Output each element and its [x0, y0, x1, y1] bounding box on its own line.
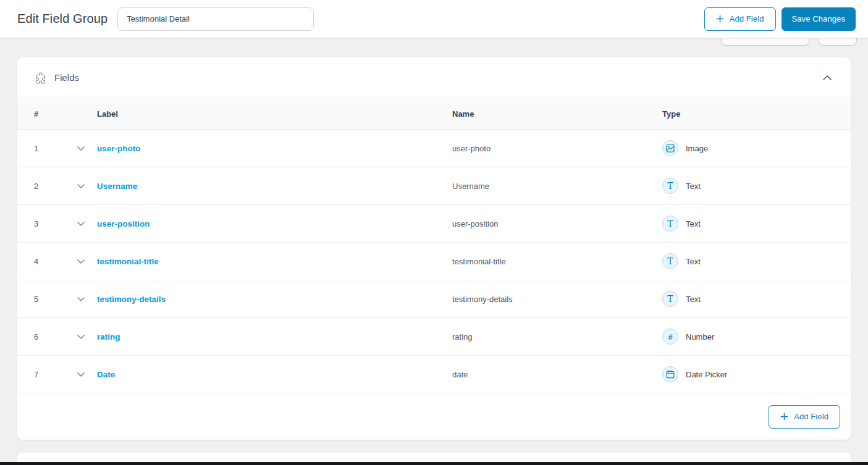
field-order-number: 3 [34, 219, 77, 228]
field-order-number: 7 [34, 370, 77, 379]
field-type-label: Text [686, 295, 701, 304]
field-type-label: Text [686, 257, 701, 266]
field-group-title-input[interactable] [117, 7, 314, 31]
add-field-button-header[interactable]: Add Field [704, 7, 776, 31]
scrolled-content-edge-left [721, 38, 809, 46]
field-row: 5 testimony-details testimony-details T … [17, 280, 851, 318]
field-type-label: Image [686, 144, 708, 153]
field-row: 7 Date date Date Picker [17, 356, 851, 393]
field-type: # Number [662, 329, 851, 345]
column-header-name: Name [452, 109, 662, 119]
fields-panel-header: Fields [17, 57, 851, 98]
plus-icon [716, 15, 724, 23]
column-header-number: # [34, 109, 77, 119]
chevron-down-icon[interactable] [77, 146, 97, 151]
page-title: Edit Field Group [17, 12, 107, 26]
field-label-link[interactable]: testimony-details [97, 295, 452, 304]
header-actions: Add Field Save Changes [704, 7, 856, 31]
field-row: 3 user-position user-position T Text [17, 205, 851, 243]
puzzle-icon [34, 72, 46, 84]
field-type-label: Text [686, 182, 701, 191]
field-name: testimony-details [452, 295, 662, 304]
field-type: T Text [662, 291, 851, 307]
table-header-row: # Label Name Type [17, 98, 851, 130]
field-row: 6 rating rating # Number [17, 318, 851, 356]
chevron-down-icon[interactable] [77, 335, 97, 339]
column-header-label: Label [97, 109, 452, 119]
image-icon [662, 140, 678, 156]
chevron-down-icon[interactable] [77, 222, 97, 226]
field-type: T Text [662, 178, 851, 194]
fields-panel: Fields # Label Name Type 1 user-photo us… [17, 57, 851, 440]
plus-icon [780, 413, 788, 421]
chevron-down-icon[interactable] [77, 297, 97, 301]
field-label-link[interactable]: Username [97, 182, 452, 191]
field-type-label: Date Picker [686, 370, 727, 379]
fields-panel-title: Fields [54, 72, 79, 83]
field-order-number: 6 [34, 332, 77, 341]
add-field-button-footer[interactable]: Add Field [769, 405, 840, 429]
field-label-link[interactable]: Date [97, 370, 452, 379]
field-type: T Text [662, 216, 851, 232]
add-field-button-label: Add Field [794, 412, 828, 421]
field-label-link[interactable]: user-position [97, 219, 452, 228]
number-icon: # [662, 329, 678, 345]
top-header: Edit Field Group Add Field Save Changes [0, 0, 868, 38]
scrolled-content-edge-right [819, 38, 857, 46]
field-name: rating [452, 332, 662, 341]
field-row: 1 user-photo user-photo Image [17, 130, 851, 167]
edit-field-group-screen: Edit Field Group Add Field Save Changes … [0, 0, 868, 465]
field-row: 4 testimonial-title testimonial-title T … [17, 243, 851, 280]
field-name: testimonial-title [452, 257, 662, 266]
column-header-type: Type [662, 109, 851, 119]
field-type: Image [662, 140, 851, 156]
field-type: Date Picker [662, 366, 851, 382]
field-name: Username [452, 182, 662, 191]
field-type-label: Number [686, 332, 714, 341]
field-label-link[interactable]: user-photo [97, 144, 452, 153]
calendar-icon [662, 366, 678, 382]
text-icon: T [662, 178, 678, 194]
field-order-number: 2 [34, 182, 77, 191]
save-changes-button[interactable]: Save Changes [782, 7, 856, 31]
field-order-number: 1 [34, 144, 77, 153]
add-field-button-label: Add Field [730, 14, 764, 23]
field-name: user-position [452, 219, 662, 228]
field-row: 2 Username Username T Text [17, 167, 851, 205]
field-label-link[interactable]: testimonial-title [97, 257, 452, 266]
field-name: user-photo [452, 144, 662, 153]
text-icon: T [662, 291, 678, 307]
chevron-down-icon[interactable] [77, 259, 97, 264]
field-name: date [452, 370, 662, 379]
field-type-label: Text [686, 219, 701, 228]
text-icon: T [662, 216, 678, 232]
chevron-down-icon[interactable] [77, 372, 97, 377]
field-order-number: 4 [34, 257, 77, 266]
field-rows: 1 user-photo user-photo Image 2 Username… [17, 130, 851, 393]
text-icon: T [662, 253, 678, 269]
chevron-up-icon[interactable] [820, 73, 834, 83]
screenshot-bottom-edge [0, 462, 868, 465]
fields-panel-footer: Add Field [17, 393, 851, 440]
field-order-number: 5 [34, 295, 77, 304]
chevron-down-icon[interactable] [77, 184, 97, 188]
field-type: T Text [662, 253, 851, 269]
field-label-link[interactable]: rating [97, 332, 452, 341]
